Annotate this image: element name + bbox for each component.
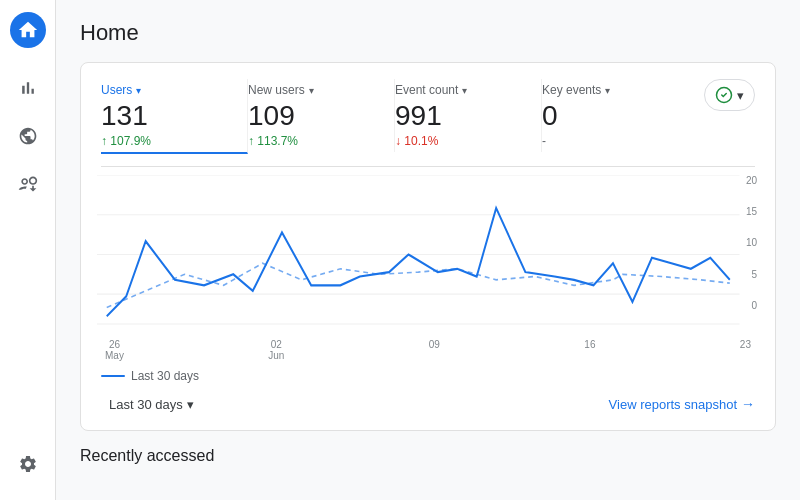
checkmark-circle-icon	[715, 86, 733, 104]
y-axis-label: 15	[746, 206, 757, 217]
x-date: 09	[429, 339, 440, 350]
metric-label-text: Users	[101, 83, 132, 97]
analytics-card: Users ▾ 131 ↑ 107.9% New users ▾ 109 ↑ 1…	[80, 62, 776, 431]
home-icon	[17, 19, 39, 41]
metrics-right: ▾	[688, 79, 755, 111]
metric-item-key-events[interactable]: Key events ▾ 0 -	[542, 79, 688, 152]
settings-icon	[18, 454, 38, 474]
x-date: 23	[740, 339, 751, 350]
view-reports-link[interactable]: View reports snapshot →	[609, 396, 755, 412]
metrics-container: Users ▾ 131 ↑ 107.9% New users ▾ 109 ↑ 1…	[101, 79, 688, 154]
advertising-icon	[18, 174, 38, 194]
metric-label-text: Event count	[395, 83, 458, 97]
x-month: Jun	[268, 350, 284, 361]
sidebar-item-advertising[interactable]	[8, 164, 48, 204]
y-axis-label: 20	[746, 175, 757, 186]
metric-chevron: ▾	[309, 85, 314, 96]
x-axis-label: 02Jun	[268, 339, 284, 361]
explore-icon	[18, 126, 38, 146]
metric-label-text: New users	[248, 83, 305, 97]
metric-item-users[interactable]: Users ▾ 131 ↑ 107.9%	[101, 79, 248, 154]
y-axis-labels: 20151050	[746, 175, 759, 311]
chart-legend: Last 30 days	[101, 369, 755, 383]
date-range-button[interactable]: Last 30 days ▾	[101, 391, 202, 418]
legend-label: Last 30 days	[131, 369, 199, 383]
date-range-chevron: ▾	[187, 397, 194, 412]
y-axis-label: 5	[746, 269, 757, 280]
x-axis-label: 23	[740, 339, 751, 361]
metric-value: 131	[101, 101, 231, 132]
metric-chevron: ▾	[605, 85, 610, 96]
metric-item-new-users[interactable]: New users ▾ 109 ↑ 113.7%	[248, 79, 395, 152]
y-axis-label: 10	[746, 237, 757, 248]
y-axis-label: 0	[746, 300, 757, 311]
x-date: 02	[268, 339, 284, 350]
arrow-right-icon: →	[741, 396, 755, 412]
metric-change: ↑ 107.9%	[101, 134, 231, 148]
check-chevron: ▾	[737, 88, 744, 103]
check-button[interactable]: ▾	[704, 79, 755, 111]
sidebar-item-reports[interactable]	[8, 68, 48, 108]
page-title: Home	[80, 20, 776, 46]
legend-line-indicator	[101, 375, 125, 377]
x-date: 16	[584, 339, 595, 350]
x-axis-label: 16	[584, 339, 595, 361]
x-date: 26	[105, 339, 124, 350]
sidebar	[0, 0, 56, 500]
chart-area: 20151050	[97, 175, 759, 335]
x-month: May	[105, 350, 124, 361]
metric-value: 109	[248, 101, 378, 132]
metric-change: ↓ 10.1%	[395, 134, 525, 148]
metric-value: 991	[395, 101, 525, 132]
metric-value: 0	[542, 101, 672, 132]
metrics-row: Users ▾ 131 ↑ 107.9% New users ▾ 109 ↑ 1…	[101, 79, 755, 167]
recently-accessed-title: Recently accessed	[80, 447, 776, 465]
metric-label: Key events ▾	[542, 83, 672, 97]
x-axis-label: 26May	[105, 339, 124, 361]
x-axis-labels: 26May02Jun091623	[101, 339, 755, 361]
sidebar-item-settings[interactable]	[8, 448, 48, 488]
metric-change: -	[542, 134, 672, 148]
metric-change: ↑ 113.7%	[248, 134, 378, 148]
sidebar-logo[interactable]	[10, 12, 46, 48]
metric-label: New users ▾	[248, 83, 378, 97]
metric-chevron: ▾	[136, 85, 141, 96]
view-reports-label: View reports snapshot	[609, 397, 737, 412]
bar-chart-icon	[18, 78, 38, 98]
card-footer: Last 30 days ▾ View reports snapshot →	[101, 391, 755, 418]
metric-item-event-count[interactable]: Event count ▾ 991 ↓ 10.1%	[395, 79, 542, 152]
main-content: Home Users ▾ 131 ↑ 107.9% New users ▾ 10…	[56, 0, 800, 500]
metric-label: Users ▾	[101, 83, 231, 97]
x-axis-label: 09	[429, 339, 440, 361]
metric-label: Event count ▾	[395, 83, 525, 97]
chart-svg	[97, 175, 759, 335]
date-range-label: Last 30 days	[109, 397, 183, 412]
metric-chevron: ▾	[462, 85, 467, 96]
metric-label-text: Key events	[542, 83, 601, 97]
sidebar-item-explore[interactable]	[8, 116, 48, 156]
